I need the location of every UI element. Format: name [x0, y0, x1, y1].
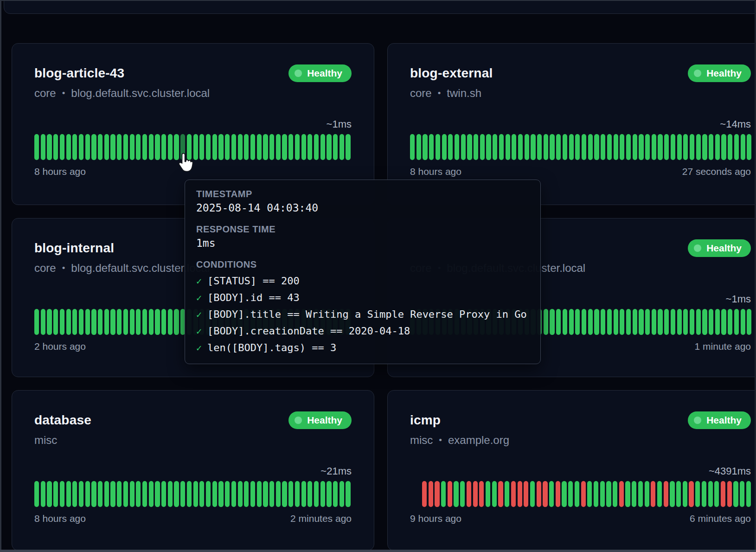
health-bar[interactable] [123, 134, 128, 160]
health-bar[interactable] [639, 134, 643, 160]
health-bar[interactable] [206, 481, 211, 507]
health-bar[interactable] [556, 134, 561, 160]
endpoint-card[interactable]: database Healthy misc• ~21ms 8 hours ago… [12, 390, 374, 551]
health-bar[interactable] [66, 134, 71, 160]
health-bar[interactable] [531, 134, 535, 160]
health-bar[interactable] [47, 309, 51, 335]
health-bar[interactable] [563, 134, 567, 160]
health-bar[interactable] [47, 481, 51, 507]
health-bar[interactable] [104, 134, 109, 160]
health-bar[interactable] [187, 481, 192, 507]
health-bar[interactable] [638, 481, 643, 507]
health-bar[interactable] [161, 134, 166, 160]
health-bar[interactable] [645, 309, 650, 335]
health-bar[interactable] [518, 134, 523, 160]
health-bar[interactable] [218, 134, 223, 160]
health-bar[interactable] [733, 481, 738, 507]
health-bar[interactable] [569, 309, 574, 335]
health-bar[interactable] [467, 134, 472, 160]
health-bar[interactable] [263, 134, 268, 160]
health-bar[interactable] [53, 309, 58, 335]
health-bar[interactable] [467, 481, 471, 507]
health-bar[interactable] [708, 481, 713, 507]
health-bar[interactable] [702, 481, 706, 507]
health-bar[interactable] [512, 134, 516, 160]
health-bar[interactable] [110, 481, 115, 507]
health-bar[interactable] [79, 134, 83, 160]
health-bar[interactable] [696, 309, 701, 335]
health-bar[interactable] [136, 134, 141, 160]
health-bar[interactable] [225, 134, 230, 160]
health-bar[interactable] [506, 134, 510, 160]
health-bar[interactable] [677, 309, 682, 335]
health-bar[interactable] [295, 481, 300, 507]
health-bar[interactable] [702, 309, 707, 335]
health-bar[interactable] [429, 481, 433, 507]
health-bar[interactable] [244, 134, 249, 160]
health-bar[interactable] [588, 309, 593, 335]
health-bar[interactable] [168, 309, 173, 335]
health-bar[interactable] [562, 481, 566, 507]
health-bar[interactable] [582, 134, 586, 160]
health-bar[interactable] [72, 309, 77, 335]
health-bar[interactable] [149, 481, 154, 507]
health-bar[interactable] [664, 134, 669, 160]
health-bar[interactable] [652, 134, 656, 160]
uptime-bars[interactable] [410, 481, 751, 507]
health-bar[interactable] [658, 134, 662, 160]
health-bar[interactable] [199, 481, 204, 507]
health-bar[interactable] [683, 134, 688, 160]
health-bar[interactable] [110, 309, 115, 335]
health-bar[interactable] [340, 481, 344, 507]
health-bar[interactable] [161, 481, 166, 507]
health-bar[interactable] [556, 481, 560, 507]
health-bar[interactable] [346, 134, 350, 160]
health-bar[interactable] [581, 481, 586, 507]
health-bar[interactable] [136, 309, 141, 335]
health-bar[interactable] [645, 481, 649, 507]
health-bar[interactable] [455, 134, 459, 160]
health-bar[interactable] [652, 309, 656, 335]
health-bar[interactable] [588, 134, 593, 160]
health-bar[interactable] [715, 309, 720, 335]
health-bar[interactable] [454, 481, 458, 507]
health-bar[interactable] [104, 309, 109, 335]
health-bar[interactable] [575, 309, 580, 335]
health-bar[interactable] [511, 481, 516, 507]
health-bar[interactable] [117, 134, 122, 160]
health-bar[interactable] [575, 481, 579, 507]
health-bar[interactable] [671, 309, 675, 335]
health-bar[interactable] [689, 481, 693, 507]
health-bar[interactable] [690, 309, 694, 335]
health-bar[interactable] [60, 134, 64, 160]
health-bar[interactable] [619, 481, 624, 507]
health-bar[interactable] [702, 134, 707, 160]
health-bar[interactable] [212, 481, 217, 507]
health-bar[interactable] [320, 481, 325, 507]
health-bar[interactable] [155, 134, 160, 160]
health-bar[interactable] [626, 309, 631, 335]
health-bar[interactable] [721, 134, 726, 160]
health-bar[interactable] [727, 481, 732, 507]
health-bar[interactable] [314, 481, 319, 507]
health-bar[interactable] [98, 309, 103, 335]
health-bar[interactable] [690, 134, 694, 160]
health-bar[interactable] [606, 481, 611, 507]
health-bar[interactable] [282, 481, 287, 507]
health-bar[interactable] [142, 481, 147, 507]
health-bar[interactable] [569, 134, 574, 160]
health-bar[interactable] [53, 134, 58, 160]
health-bar[interactable] [174, 309, 179, 335]
health-bar[interactable] [620, 309, 624, 335]
health-bar[interactable] [91, 134, 96, 160]
health-bar[interactable] [263, 481, 268, 507]
health-bar[interactable] [543, 481, 547, 507]
health-bar[interactable] [607, 309, 612, 335]
health-bar[interactable] [282, 134, 287, 160]
health-bar[interactable] [238, 134, 243, 160]
health-bar[interactable] [479, 481, 484, 507]
health-bar[interactable] [620, 134, 624, 160]
health-bar[interactable] [149, 134, 154, 160]
health-bar[interactable] [664, 481, 668, 507]
health-bar[interactable] [327, 134, 331, 160]
